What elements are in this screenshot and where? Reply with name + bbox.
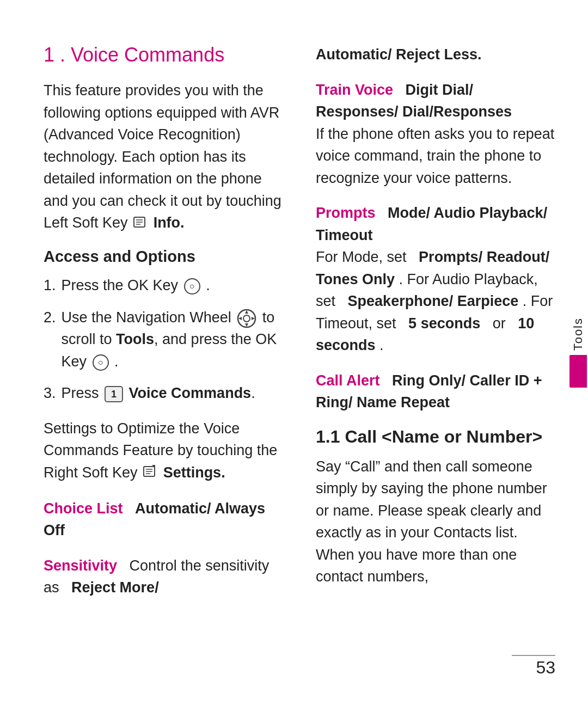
svg-marker-9 (252, 317, 255, 320)
svg-marker-8 (238, 317, 242, 320)
settings-label: Settings. (163, 464, 225, 481)
left-column: 1 . Voice Commands This feature provides… (44, 44, 305, 661)
step-3: 3. Press 1 Voice Commands. (44, 382, 283, 404)
step-2: 2. Use the Navigation Wheel (44, 306, 283, 373)
svg-point-5 (243, 315, 250, 322)
sensitivity-paragraph: Sensitivity Control the sensitivity as R… (44, 555, 283, 599)
subsection-title: 1.1 Call <Name or Number> (316, 427, 555, 447)
prompts-bold-2: Speakerphone/ Earpiece (348, 293, 519, 309)
prompts-space5 (485, 315, 489, 332)
section-title: 1 . Voice Commands (44, 44, 283, 66)
settings-paragraph: Settings to Optimize the Voice Commands … (44, 418, 283, 485)
nav-wheel-icon (237, 309, 256, 328)
right-softkey-icon (143, 462, 157, 485)
sensitivity-spacer2 (63, 579, 68, 596)
ok-key-icon-2: ○ (93, 354, 109, 371)
step-1: 1. Press the OK Key ○ . (44, 274, 283, 297)
intro-paragraph: This feature provides you with the follo… (44, 79, 283, 235)
sensitivity-spacer (121, 557, 126, 574)
step-3-text: Press 1 Voice Commands. (62, 382, 255, 404)
step-3-num: 3. (44, 382, 56, 404)
choice-list-spacer (127, 500, 131, 517)
sensitivity-label: Sensitivity (44, 557, 117, 574)
prompts-space (379, 205, 384, 221)
train-voice-paragraph: Train Voice Digit Dial/ Responses/ Dial/… (316, 79, 555, 189)
step-2-tools: Tools (116, 331, 154, 347)
sidebar-tab-text: Tools (571, 317, 585, 351)
prompts-space6 (510, 315, 514, 332)
prompts-paragraph: Prompts Mode/ Audio Playback/ Timeout Fo… (316, 202, 555, 357)
step-3-voice-commands: Voice Commands (129, 385, 252, 401)
step-2-text: Use the Navigation Wheel to sc (62, 306, 283, 373)
call-alert-space (384, 372, 388, 389)
step-1-num: 1. (44, 274, 56, 297)
sensitivity-bold: Reject More/ (71, 579, 159, 596)
call-alert-label: Call Alert (316, 372, 380, 389)
info-label: Info. (154, 214, 185, 231)
sidebar-tab: Tools (568, 309, 588, 396)
choice-list-paragraph: Choice List Automatic/ Always Off (44, 498, 283, 542)
sidebar-tab-bar (569, 355, 587, 388)
ok-key-icon-1: ○ (184, 278, 200, 295)
auto-reject-text: Automatic/ Reject Less. (316, 46, 482, 63)
intro-text: This feature provides you with the follo… (44, 82, 281, 231)
prompts-label: Prompts (316, 205, 376, 221)
section-header: 1 . Voice Commands (44, 44, 283, 66)
prompts-desc-4: or (493, 315, 506, 332)
num-1-key-icon: 1 (105, 386, 123, 402)
access-options-title: Access and Options (44, 248, 283, 266)
step-1-text: Press the OK Key ○ . (62, 274, 210, 297)
prompts-space4 (400, 315, 405, 332)
subsection-desc: Say “Call” and then call someone simply … (316, 456, 555, 588)
settings-text: Settings to Optimize the Voice Commands … (44, 420, 277, 481)
svg-marker-6 (245, 310, 248, 314)
train-voice-space (397, 82, 402, 98)
access-options-section: Access and Options 1. Press the OK Key ○… (44, 248, 283, 404)
page-number: 53 (536, 658, 555, 678)
train-voice-label: Train Voice (316, 82, 393, 98)
svg-marker-7 (245, 323, 248, 327)
call-alert-paragraph: Call Alert Ring Only/ Caller ID + Ring/ … (316, 370, 555, 414)
train-voice-desc: If the phone often asks you to repeat vo… (316, 126, 554, 186)
steps-list: 1. Press the OK Key ○ . 2. Use the Navig… (44, 274, 283, 404)
bottom-line (512, 655, 555, 656)
subsection-11: 1.1 Call <Name or Number> Say “Call” and… (316, 427, 555, 588)
choice-list-label: Choice List (44, 500, 123, 517)
prompts-desc-1: For Mode, set (316, 249, 407, 265)
prompts-space3 (340, 293, 344, 309)
step-2-num: 2. (44, 306, 56, 329)
prompts-bold-3: 5 seconds (408, 315, 480, 332)
auto-reject-paragraph: Automatic/ Reject Less. (316, 44, 555, 66)
prompts-space2 (411, 249, 415, 265)
left-softkey-icon (133, 213, 148, 235)
prompts-desc-5: . (379, 337, 384, 353)
page-container: 1 . Voice Commands This feature provides… (0, 0, 588, 705)
right-column: Automatic/ Reject Less. Train Voice Digi… (305, 44, 555, 661)
